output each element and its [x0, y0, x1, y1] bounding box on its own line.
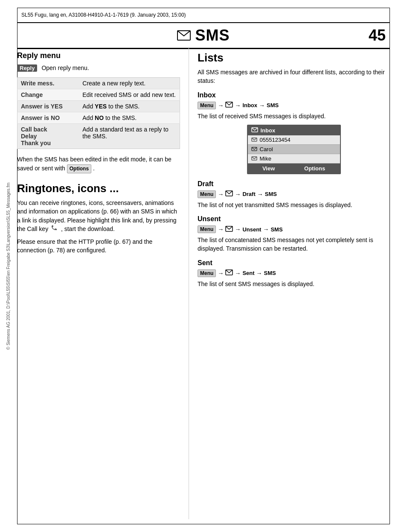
row-envelope-icon	[251, 155, 257, 162]
ringtones-para2: Please ensure that the HTTP profile (p. …	[17, 237, 180, 255]
border-bottom	[17, 524, 390, 524]
draft-desc: The list of not yet transmitted SMS mess…	[198, 201, 390, 209]
draft-title: Draft	[198, 180, 390, 188]
reply-description: Open reply menu.	[41, 64, 89, 72]
unsent-title: Unsent	[198, 215, 390, 223]
unsent-nav-path: Menu → → Unsent → SMS	[198, 225, 390, 233]
title-bar: SMS 45	[17, 23, 390, 49]
sent-nav-path: Menu → → Sent → SMS	[198, 269, 390, 277]
sms-envelope-icon	[177, 30, 191, 41]
options-badge[interactable]: Options	[67, 164, 91, 173]
sent-nav-envelope	[225, 269, 233, 277]
screen-header: Inbox	[248, 126, 340, 135]
left-column: Reply menu Reply Open reply menu. Write …	[17, 47, 189, 519]
menu-item-key: Write mess.	[17, 78, 79, 89]
unsent-nav-menu: Menu	[198, 225, 216, 233]
page-number: 45	[369, 26, 386, 44]
options-note: When the SMS has been edited in the edit…	[17, 155, 180, 173]
sent-desc: The list of sent SMS messages is display…	[198, 280, 390, 288]
row-envelope-icon	[251, 146, 257, 152]
screen-contact-1: 0555123454	[260, 137, 291, 143]
sent-nav-menu: Menu	[198, 269, 216, 277]
table-row: Write mess. Create a new reply text.	[17, 78, 180, 89]
table-row: Answer is NO Add NO to the SMS.	[17, 112, 180, 124]
screen-view-button[interactable]: View	[262, 165, 275, 172]
right-column: Lists All SMS messages are archived in f…	[189, 47, 390, 519]
unsent-nav-unsent: Unsent	[242, 226, 261, 233]
unsent-nav-sms: SMS	[270, 226, 282, 233]
inbox-nav-path: Menu → → Inbox → SMS	[198, 102, 390, 109]
page-title: SMS	[195, 26, 230, 44]
ringtones-para1: You can receive ringtones, icons, screen…	[17, 199, 180, 233]
inbox-nav-inbox: Inbox	[242, 102, 257, 108]
reply-menu-table: Write mess. Create a new reply text. Cha…	[17, 77, 180, 149]
lists-title: Lists	[198, 51, 390, 64]
menu-item-desc: Edit received SMS or add new text.	[79, 89, 180, 101]
inbox-nav-sms: SMS	[267, 102, 279, 108]
draft-nav-path: Menu → → Draft → SMS	[198, 190, 390, 198]
screen-row-1: 0555123454	[248, 135, 340, 145]
table-row: Answer is YES Add YES to the SMS.	[17, 101, 180, 112]
lists-intro: All SMS messages are archived in four di…	[198, 68, 390, 85]
menu-item-key: Answer is NO	[17, 112, 79, 124]
screen-row-2: Carol	[248, 145, 340, 154]
inbox-title: Inbox	[198, 91, 390, 99]
reply-menu-title: Reply menu	[17, 51, 180, 60]
draft-nav-menu: Menu	[198, 190, 216, 198]
screen-envelope-icon	[251, 127, 258, 134]
copyright-text: © Siemens AG 2001, D:\Pool\L55\SI55\en F…	[6, 182, 11, 350]
menu-item-key: Call back Delay Thank you	[17, 124, 79, 149]
arrow-icon-3: →	[259, 102, 265, 109]
ringtones-title: Ringtones, icons ...	[17, 182, 180, 195]
sent-title: Sent	[198, 259, 390, 267]
arrow-icon-1: →	[218, 102, 224, 109]
arrow-icon-2: →	[235, 102, 241, 109]
page-header: SL55 Fugu, lang en, A31008-H4910-A1-1-76…	[17, 8, 390, 23]
table-row: Change Edit received SMS or add new text…	[17, 89, 180, 101]
menu-item-key: Change	[17, 89, 79, 101]
sent-nav-sent: Sent	[242, 270, 254, 276]
row-envelope-icon	[251, 137, 257, 143]
table-row: Call back Delay Thank you Add a standard…	[17, 124, 180, 149]
screen-contact-3: Mike	[260, 155, 271, 162]
sent-nav-sms: SMS	[264, 270, 276, 276]
sidebar-copyright-area: © Siemens AG 2001, D:\Pool\L55\SI55\en F…	[0, 0, 17, 532]
unsent-nav-envelope	[225, 226, 233, 233]
screen-footer: View Options	[248, 164, 340, 173]
screen-row-3: Mike	[248, 154, 340, 164]
inbox-screen-mockup: Inbox 0555123454 Carol	[247, 125, 341, 174]
main-content: Reply menu Reply Open reply menu. Write …	[17, 47, 390, 519]
call-key-icon	[51, 225, 58, 233]
inbox-desc: The list of received SMS messages is dis…	[198, 112, 390, 120]
menu-item-desc: Create a new reply text.	[79, 78, 180, 89]
menu-item-desc: Add a standard text as a reply to the SM…	[79, 124, 180, 149]
draft-nav-sms: SMS	[265, 191, 277, 197]
draft-nav-draft: Draft	[242, 191, 255, 197]
inbox-nav-menu: Menu	[198, 102, 216, 109]
reply-badge[interactable]: Reply	[17, 64, 37, 72]
screen-options-button[interactable]: Options	[304, 165, 325, 172]
menu-item-desc: Add YES to the SMS.	[79, 101, 180, 112]
screen-contact-2: Carol	[260, 146, 273, 152]
header-meta: SL55 Fugu, lang en, A31008-H4910-A1-1-76…	[17, 12, 390, 18]
inbox-nav-envelope	[225, 102, 233, 109]
reply-row: Reply Open reply menu.	[17, 64, 180, 72]
unsent-desc: The list of concatenated SMS messages no…	[198, 236, 390, 253]
draft-nav-envelope	[225, 190, 233, 198]
screen-inbox-label: Inbox	[261, 127, 276, 134]
menu-item-key: Answer is YES	[17, 101, 79, 112]
menu-item-desc: Add NO to the SMS.	[79, 112, 180, 124]
